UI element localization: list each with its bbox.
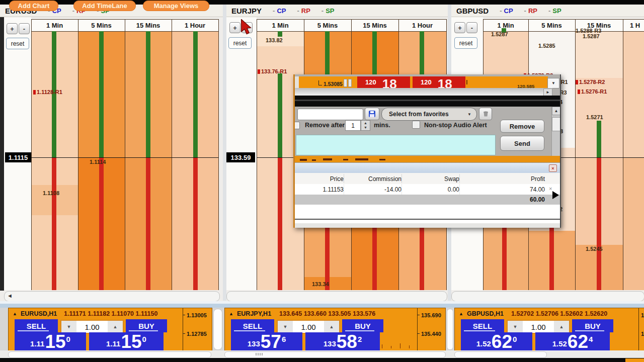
symbol-gbpusd: GBPUSD [456, 7, 489, 15]
tf-header-1min[interactable]: 1 Min [31, 19, 78, 31]
message-textarea[interactable] [296, 135, 496, 155]
h-scrollbar[interactable] [295, 88, 552, 96]
scroll-right-icon[interactable]: ► [543, 88, 552, 96]
tf-header-5min[interactable]: 5 Mins [304, 19, 351, 31]
buy-price[interactable]: 1.11150 [89, 332, 164, 350]
legend-cp[interactable]: -CP [273, 7, 286, 15]
alert-strip: 1.53085 120 18 120 18 120.585 [295, 76, 548, 88]
total-row: 60.00 [295, 195, 560, 205]
volume-up-icon[interactable]: ▲ [554, 321, 569, 333]
tf-header-1min[interactable]: 1 Min [257, 19, 304, 31]
tf-header-1hour[interactable]: 1 H [623, 19, 644, 31]
trend-bar-down [146, 157, 150, 290]
minutes-spinner[interactable]: ▲▼ [361, 120, 370, 131]
alert-name-input[interactable] [297, 109, 363, 120]
reset-button[interactable]: reset [228, 37, 252, 49]
trades-header-row: Price Commission Swap Profit [295, 173, 560, 185]
manage-views-button[interactable]: Manage Views [143, 1, 209, 11]
h-scrollbar-thumb[interactable] [8, 351, 211, 358]
minutes-input[interactable]: 1 [345, 120, 361, 131]
legend-rp[interactable]: -RP [524, 7, 537, 15]
col-header-price[interactable]: Price [298, 175, 344, 183]
remove-after-checkbox[interactable] [293, 122, 300, 129]
cp-label: CP [504, 7, 513, 15]
remove-button[interactable]: Remove [500, 120, 544, 133]
taskbar-item[interactable] [625, 358, 644, 362]
zoom-out-button[interactable]: - [466, 22, 477, 33]
legend-sp[interactable]: -SP [548, 7, 561, 15]
zoom-in-button[interactable]: + [7, 23, 18, 34]
divider-band [0, 301, 644, 308]
trade-widget-eurusd: ▲ EURUSD,H1 1.11171 1.11182 1.11070 1.11… [8, 308, 212, 351]
tf-header-1hour[interactable]: 1 Hour [172, 19, 218, 31]
alert-dialog-window: 1.53085 120 18 120 18 120.585 ▼ ► Select… [293, 74, 561, 228]
splitter-handle[interactable] [348, 79, 352, 87]
col-header-swap[interactable]: Swap [404, 175, 459, 183]
reset-button[interactable]: reset [6, 38, 29, 49]
collapse-arrow-icon[interactable]: ▲ [459, 311, 463, 316]
resistance-label: 1.5278-R2 [576, 79, 605, 85]
tf-header-5min[interactable]: 5 Mins [528, 19, 575, 31]
sell-price[interactable]: 1.52620 [461, 332, 532, 350]
volume-field[interactable]: 1.00 [293, 321, 324, 333]
dash: - [500, 7, 502, 15]
spinner-down-icon[interactable]: ▼ [364, 126, 367, 130]
chevron-down-icon[interactable]: ▼ [547, 78, 559, 88]
zoom-in-button[interactable]: + [229, 22, 240, 33]
splitter-handle[interactable] [344, 79, 347, 87]
audio-alert-checkbox[interactable] [412, 121, 420, 129]
add-chart-button[interactable]: Add Chart [9, 1, 58, 11]
strip-cap [295, 76, 299, 88]
v-scrollbar-thumb[interactable] [552, 117, 560, 131]
h-scrollbar[interactable] [226, 291, 447, 302]
buy-price[interactable]: 133582 [305, 332, 380, 350]
price-big: 57 [261, 334, 281, 349]
scroll-up-icon[interactable]: ▲ [552, 107, 560, 115]
send-button[interactable]: Send [500, 136, 544, 151]
trend-bar-up [193, 31, 198, 157]
sell-price[interactable]: 133576 [231, 332, 302, 350]
window-edge [0, 17, 4, 291]
tf-header-15min[interactable]: 15 Mins [125, 19, 172, 31]
tf-header-1hour[interactable]: 1 Hour [398, 19, 446, 31]
legend-cp[interactable]: -CP [500, 7, 513, 15]
tf-header-15min[interactable]: 15 Mins [351, 19, 398, 31]
add-timelane-button[interactable]: Add TimeLane [73, 1, 136, 11]
alert-segment[interactable]: 120 18 [413, 76, 465, 88]
legend-rp[interactable]: -RP [297, 7, 310, 15]
delete-favorite-button[interactable] [479, 108, 492, 120]
alert-segment[interactable]: 120 18 [357, 76, 410, 88]
col-header-profit[interactable]: Profit [490, 175, 545, 183]
trade-widget-gbpusd: ▲ GBPUSD,H1 1.52702 1.52706 1.52602 1.52… [454, 308, 644, 351]
tf-header-5min[interactable]: 5 Mins [78, 19, 125, 31]
sell-price[interactable]: 1.11150 [15, 332, 86, 350]
spinner-up-icon[interactable]: ▲ [364, 121, 367, 125]
h-scrollbar-thumb[interactable] [454, 351, 547, 358]
price-big: 58 [337, 334, 357, 349]
scrollbar-grip[interactable] [256, 353, 264, 355]
zoom-out-button[interactable]: - [19, 23, 30, 34]
close-trade-icon[interactable]: × [549, 186, 552, 192]
time-tick [409, 345, 410, 348]
favorites-dropdown[interactable]: Select from favorites ▼ [381, 108, 477, 121]
zoom-in-button[interactable]: + [454, 22, 465, 33]
price-prefix: 1.11 [30, 339, 44, 348]
cp-label: CP [277, 7, 286, 15]
collapse-arrow-icon[interactable]: ▲ [229, 311, 233, 316]
col-header-commission[interactable]: Commission [346, 175, 401, 183]
h-scrollbar[interactable] [451, 291, 644, 302]
volume-field[interactable]: 1.00 [76, 321, 108, 333]
collapse-arrow-icon[interactable]: ▲ [13, 311, 17, 316]
price-label: 1.5245 [586, 246, 603, 252]
reset-button[interactable]: reset [454, 37, 477, 49]
trade-row[interactable]: 1.11153 -14.00 0.00 74.00 × [295, 184, 560, 195]
h-scrollbar[interactable] [4, 291, 220, 302]
status-strip [295, 223, 560, 228]
close-icon[interactable]: × [549, 164, 557, 172]
volume-field[interactable]: 1.00 [523, 321, 554, 333]
legend-sp[interactable]: -SP [321, 7, 335, 15]
mins-label: mins. [374, 122, 390, 129]
save-button[interactable] [365, 108, 379, 120]
buy-price[interactable]: 1.52624 [535, 332, 610, 350]
scroll-left-icon[interactable]: ◄ [7, 293, 13, 299]
